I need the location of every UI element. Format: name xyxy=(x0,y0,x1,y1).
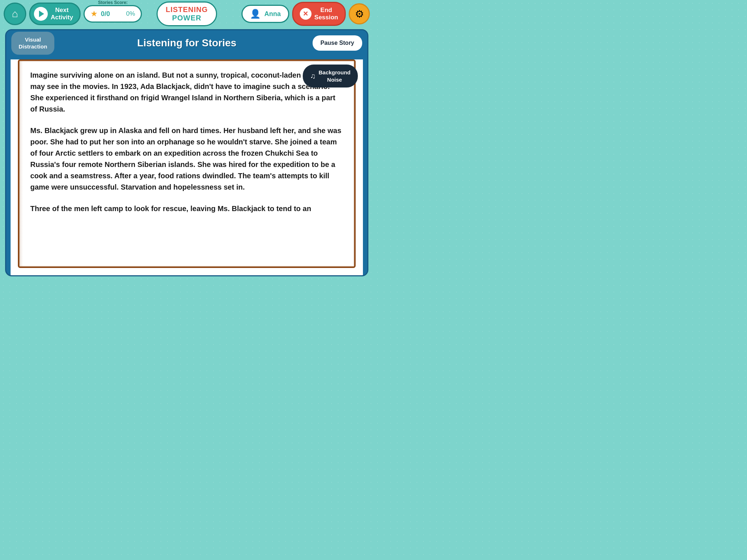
x-icon: ✕ xyxy=(300,8,311,20)
story-paragraph-1: Imagine surviving alone on an island. Bu… xyxy=(30,70,343,115)
play-triangle-icon xyxy=(39,11,44,17)
page-title: Listening for Stories xyxy=(137,37,236,49)
content-body: ♫ BackgroundNoise Imagine surviving alon… xyxy=(11,59,363,276)
next-activity-label: NextActivity xyxy=(51,7,73,22)
play-circle-icon xyxy=(34,7,48,21)
top-bar: ⌂ NextActivity Stories Score: ★ 0/0 0% L… xyxy=(0,0,374,28)
end-session-button[interactable]: ✕ EndSession xyxy=(292,2,346,26)
visual-distraction-button[interactable]: VisualDistraction xyxy=(11,32,54,55)
story-box: Imagine surviving alone on an island. Bu… xyxy=(18,59,356,268)
background-noise-label: BackgroundNoise xyxy=(318,69,351,83)
background-noise-button[interactable]: ♫ BackgroundNoise xyxy=(303,65,358,88)
user-name: Anna xyxy=(264,10,281,18)
visual-distraction-label: VisualDistraction xyxy=(19,36,47,50)
story-paragraph-3: Three of the men left camp to look for r… xyxy=(30,203,343,214)
score-value: 0/0 xyxy=(101,10,110,18)
star-icon: ★ xyxy=(90,9,98,19)
pause-story-label: Pause Story xyxy=(321,40,354,46)
logo-container: LISTENING POWER xyxy=(156,1,217,26)
end-session-label: EndSession xyxy=(314,7,338,22)
story-paragraph-2: Ms. Blackjack grew up in Alaska and fell… xyxy=(30,125,343,193)
user-pill: 👤 Anna xyxy=(241,5,289,23)
home-icon: ⌂ xyxy=(12,8,18,20)
music-note-icon: ♫ xyxy=(310,72,316,80)
score-percent: 0% xyxy=(126,10,135,18)
home-button[interactable]: ⌂ xyxy=(4,3,26,25)
score-label: Stories Score: xyxy=(98,0,128,5)
score-container: Stories Score: ★ 0/0 0% xyxy=(84,5,142,23)
next-activity-button[interactable]: NextActivity xyxy=(29,3,81,26)
logo-power: POWER xyxy=(166,14,208,22)
settings-icon: ⚙ xyxy=(355,8,364,20)
score-pill: ★ 0/0 0% xyxy=(84,5,142,23)
main-area: VisualDistraction Listening for Stories … xyxy=(5,29,368,276)
user-icon: 👤 xyxy=(250,9,261,19)
logo-listening: LISTENING xyxy=(166,5,208,14)
settings-button[interactable]: ⚙ xyxy=(349,3,370,24)
content-header: VisualDistraction Listening for Stories … xyxy=(6,30,367,56)
pause-story-button[interactable]: Pause Story xyxy=(313,35,362,51)
